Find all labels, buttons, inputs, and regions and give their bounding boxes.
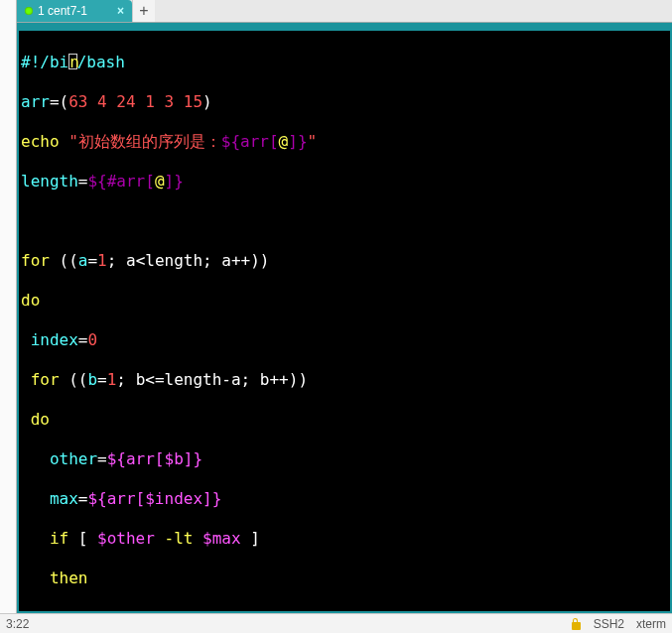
lock-icon [571, 618, 582, 630]
terminal-content: #!/bin/bash arr=(63 4 24 1 3 15) echo "初… [19, 31, 670, 613]
left-gutter [0, 0, 17, 613]
terminal[interactable]: #!/bin/bash arr=(63 4 24 1 3 15) echo "初… [17, 23, 672, 613]
code-line: if [ $other -lt $max ] [21, 529, 668, 549]
code-line: length=${#arr[@]} [21, 172, 668, 191]
status-cursor-pos: 3:22 [6, 617, 29, 631]
code-line: max=${arr[$index]} [21, 489, 668, 509]
new-tab-button[interactable]: + [132, 0, 155, 22]
code-line: for ((b=1; b<=length-a; b++)) [21, 370, 668, 390]
status-bar: 3:22 SSH2 xterm [0, 613, 672, 633]
cursor-icon: n [68, 54, 77, 69]
code-line: echo "初始数组的序列是：${arr[@]}" [21, 132, 668, 152]
tab-cent7-1[interactable]: 1 cent7-1 × [17, 0, 132, 22]
code-line: #!/bin/bash [21, 53, 668, 72]
code-line: do [21, 410, 668, 430]
code-line: arr=(63 4 24 1 3 15) [21, 92, 668, 112]
close-icon[interactable]: × [117, 4, 124, 18]
code-line: for ((a=1; a<length; a++)) [21, 251, 668, 271]
tab-label: 1 cent7-1 [38, 4, 87, 18]
status-dot-icon [25, 7, 33, 15]
status-protocol: SSH2 [594, 617, 624, 631]
code-line: do [21, 291, 668, 311]
code-line: index=$b [21, 608, 668, 613]
tab-bar: 1 cent7-1 × + [17, 0, 672, 23]
code-line: index=0 [21, 330, 668, 350]
code-line [21, 211, 668, 231]
plus-icon: + [139, 2, 148, 20]
status-term-type: xterm [636, 617, 666, 631]
code-line: then [21, 569, 668, 588]
code-line: other=${arr[$b]} [21, 449, 668, 469]
